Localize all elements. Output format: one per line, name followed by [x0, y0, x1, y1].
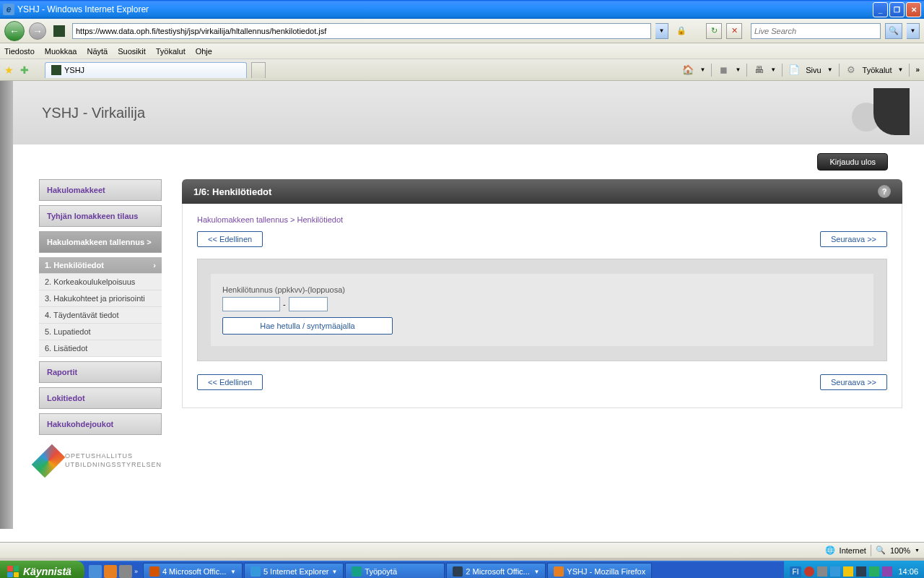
navigation-bar: ← → ▼ 🔒 ↻ ✕ 🔍 ▼ — [0, 19, 924, 43]
ssn-date-input[interactable] — [222, 297, 280, 311]
ie-icon: e — [3, 4, 14, 15]
step-6-lisatiedot[interactable]: 6. Lisätiedot — [39, 340, 162, 357]
panel-header: 1/6: Henkilötiedot ? — [182, 179, 902, 204]
form-box: Henkilötunnus (ppkkvv)-(loppuosa) - Hae … — [197, 259, 887, 361]
zone-label: Internet — [840, 546, 866, 555]
search-person-button[interactable]: Hae hetulla / syntymäajalla — [222, 317, 393, 335]
menu-suosikit[interactable]: Suosikit — [118, 47, 146, 56]
quick-launch: » — [84, 565, 142, 578]
next-button-top[interactable]: Seuraava >> — [820, 231, 887, 247]
minimize-button[interactable]: _ — [873, 2, 888, 17]
task-desktop[interactable]: Työpöytä — [345, 563, 445, 578]
print-icon[interactable]: 🖶 — [753, 64, 764, 76]
start-button[interactable]: Käynnistä — [0, 561, 84, 578]
ssn-separator: - — [283, 300, 286, 309]
page-title: YSHJ - Virkailija — [42, 105, 145, 121]
feeds-icon[interactable]: ◼ — [718, 64, 729, 76]
tools-menu[interactable]: Työkalut — [863, 66, 892, 74]
tray-volume-icon[interactable] — [856, 566, 866, 577]
feeds-dropdown[interactable]: ▼ — [735, 66, 741, 73]
sidebar-tyhjan-tilaus[interactable]: Tyhjän lomakkeen tilaus — [39, 205, 162, 227]
ql-firefox-icon[interactable] — [104, 565, 117, 578]
menu-ohje[interactable]: Ohje — [196, 47, 212, 56]
tray-network-icon[interactable] — [869, 566, 879, 577]
ope-logo: OPETUSHALLITUS UTBILDNINGSSTYRELSEN — [39, 447, 162, 475]
next-button-bottom[interactable]: Seuraava >> — [820, 374, 887, 390]
breadcrumb: Hakulomakkeen tallennus > Henkilötiedot — [197, 215, 887, 224]
menu-nayta[interactable]: Näytä — [87, 47, 108, 56]
prev-button-bottom[interactable]: << Edellinen — [197, 374, 263, 390]
ql-overflow[interactable]: » — [134, 568, 138, 575]
forward-button[interactable]: → — [29, 22, 46, 40]
zoom-icon[interactable]: 🔍 — [876, 545, 886, 555]
help-icon[interactable]: ? — [878, 185, 891, 198]
new-tab-button[interactable] — [251, 62, 266, 78]
step-2-korkeakoulu[interactable]: 2. Korkeakoulukelpoisuus — [39, 274, 162, 290]
page-icon[interactable]: 📄 — [788, 64, 800, 76]
task-firefox[interactable]: YSHJ - Mozilla Firefox — [547, 563, 652, 578]
sidebar-hakukohdejoukot[interactable]: Hakukohdejoukot — [39, 413, 162, 435]
step-1-henkilotiedot[interactable]: 1. Henkilötiedot — [39, 257, 162, 274]
zoom-dropdown[interactable]: ▼ — [915, 548, 920, 553]
clock[interactable]: 14:06 — [898, 567, 918, 576]
ssn-suffix-input[interactable] — [289, 297, 328, 311]
refresh-button[interactable]: ↻ — [706, 23, 722, 39]
address-bar[interactable] — [72, 23, 651, 39]
sidebar-tallennus[interactable]: Hakulomakkeen tallennus > — [39, 231, 162, 253]
stop-button[interactable]: ✕ — [726, 23, 742, 39]
search-dropdown[interactable]: ▼ — [907, 23, 920, 39]
address-dropdown[interactable]: ▼ — [655, 23, 668, 39]
panel-title: 1/6: Henkilötiedot — [193, 186, 271, 197]
window-title: YSHJ - Windows Internet Explorer — [17, 4, 873, 14]
ql-app-icon[interactable] — [119, 565, 132, 578]
task-office-2[interactable]: 2 Microsoft Offic... ▼ — [446, 563, 546, 578]
home-dropdown[interactable]: ▼ — [699, 66, 705, 73]
step-3-hakukohteet[interactable]: 3. Hakukohteet ja priorisointi — [39, 290, 162, 307]
prev-button-top[interactable]: << Edellinen — [197, 231, 263, 247]
page-header: YSHJ - Virkailija — [13, 81, 924, 144]
tools-gear-icon[interactable]: ⚙ — [845, 64, 857, 76]
status-bar: 🌐 Internet 🔍 100% ▼ — [0, 542, 924, 558]
favorites-icon[interactable]: ★ — [4, 64, 16, 76]
language-indicator[interactable]: FI — [790, 566, 802, 577]
task-ie[interactable]: 5 Internet Explorer ▼ — [244, 563, 344, 578]
add-favorite-icon[interactable]: ✚ — [20, 64, 32, 76]
maximize-button[interactable]: ❐ — [889, 2, 905, 17]
tray-icon-2[interactable] — [817, 566, 827, 577]
logo-diamond-icon — [32, 444, 66, 478]
lock-icon: 🔒 — [676, 25, 687, 37]
logout-button[interactable]: Kirjaudu ulos — [817, 153, 888, 171]
back-button[interactable]: ← — [4, 21, 25, 41]
menu-tiedosto[interactable]: Tiedosto — [4, 47, 35, 56]
tab-yshj[interactable]: YSHJ — [45, 62, 247, 78]
ql-ie-icon[interactable] — [89, 565, 102, 578]
close-button[interactable]: ✕ — [906, 2, 921, 17]
tray-icon-3[interactable] — [830, 566, 840, 577]
wizard-steps: 1. Henkilötiedot 2. Korkeakoulukelpoisuu… — [39, 257, 162, 357]
search-button[interactable]: 🔍 — [885, 23, 902, 39]
page-dropdown[interactable]: ▼ — [827, 66, 833, 73]
sidebar-raportit[interactable]: Raportit — [39, 361, 162, 383]
task-office-1[interactable]: 4 Microsoft Offic... ▼ — [143, 563, 243, 578]
window-titlebar: e YSHJ - Windows Internet Explorer _ ❐ ✕ — [0, 0, 924, 19]
page-menu[interactable]: Sivu — [806, 66, 821, 74]
left-edge-decoration — [0, 81, 13, 529]
toolbar-overflow[interactable]: » — [915, 66, 920, 74]
print-dropdown[interactable]: ▼ — [770, 66, 776, 73]
site-icon — [53, 25, 65, 37]
home-icon[interactable]: 🏠 — [682, 64, 694, 76]
step-5-lupatiedot[interactable]: 5. Lupatiedot — [39, 324, 162, 340]
taskbar: Käynnistä » 4 Microsoft Offic... ▼ 5 Int… — [0, 561, 924, 578]
sidebar: Hakulomakkeet Tyhjän lomakkeen tilaus Ha… — [39, 179, 162, 475]
tray-icon-4[interactable] — [843, 566, 853, 577]
ssn-label: Henkilötunnus (ppkkvv)-(loppuosa) — [222, 285, 862, 294]
step-4-taydentavat[interactable]: 4. Täydentävät tiedot — [39, 307, 162, 324]
sidebar-hakulomakkeet[interactable]: Hakulomakkeet — [39, 179, 162, 201]
search-input[interactable] — [751, 23, 881, 39]
menu-muokkaa[interactable]: Muokkaa — [45, 47, 77, 56]
tray-icon-1[interactable] — [804, 566, 814, 577]
tools-dropdown[interactable]: ▼ — [898, 66, 904, 73]
menu-tyokalut[interactable]: Työkalut — [156, 47, 186, 56]
sidebar-lokitiedot[interactable]: Lokitiedot — [39, 387, 162, 409]
tray-icon-7[interactable] — [882, 566, 892, 577]
